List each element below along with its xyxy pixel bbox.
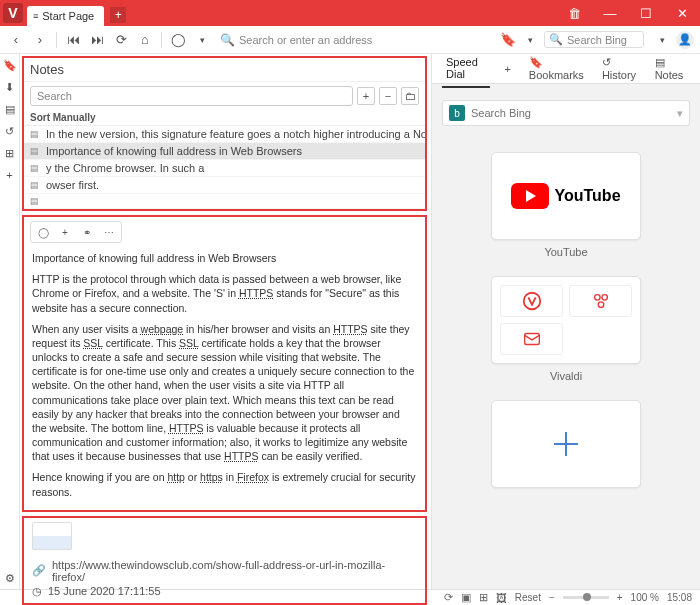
zoom-reset-button[interactable]: Reset [515,592,541,603]
fast-forward-button[interactable]: ⏭ [87,30,107,50]
highlighted-editor-section: ◯ + ⚭ ⋯ Importance of knowing full addre… [22,215,427,512]
zoom-out-button[interactable]: − [549,592,555,603]
panel-title: Notes [24,58,425,82]
chevron-down-icon[interactable]: ▾ [677,107,683,120]
note-item[interactable]: ▤In the new version, this signature feat… [24,126,425,143]
settings-icon[interactable]: ⚙ [3,571,17,585]
link-icon[interactable]: ⚭ [79,224,95,240]
note-item[interactable]: ▤y the Chrome browser. In such a [24,160,425,177]
downloads-panel-icon[interactable]: ⬇ [3,80,17,94]
folder-thumb [569,285,632,317]
back-button[interactable]: ‹ [6,30,26,50]
note-icon: ▤ [30,146,40,156]
rewind-button[interactable]: ⏮ [63,30,83,50]
address-bar: ‹ › ⏮ ⏭ ⟳ ⌂ ◯ ▾ 🔍 Search or enter an add… [0,26,700,54]
clock-icon: ◷ [32,585,42,598]
shield-icon[interactable]: ◯ [168,30,188,50]
note-editor[interactable]: Importance of knowing full address in We… [24,247,425,510]
tiling-icon[interactable]: ⊞ [479,591,488,604]
note-icon: ▤ [30,196,40,206]
sort-label[interactable]: Sort Manually [24,110,425,126]
note-source-url[interactable]: 🔗 https://www.thewindowsclub.com/show-fu… [32,558,417,584]
more-icon[interactable]: ⋯ [101,224,117,240]
remove-note-button[interactable]: − [379,87,397,105]
clock: 15:08 [667,592,692,603]
speed-dial-search-input[interactable] [471,107,671,119]
start-page-tabs: Speed Dial + 🔖 Bookmarks ↺ History ▤ Not… [432,54,700,84]
minimize-button[interactable]: — [592,0,628,26]
folder-thumb [500,285,563,317]
bookmark-icon[interactable]: 🔖 [500,32,516,47]
note-item[interactable]: ▤ [24,194,425,209]
notes-panel-icon[interactable]: ▤ [3,102,17,116]
svg-rect-4 [524,334,539,345]
home-button[interactable]: ⌂ [135,30,155,50]
editor-paragraph: Hence knowing if you are on http or http… [32,470,417,498]
tab-menu-icon: ≡ [33,11,38,21]
maximize-button[interactable]: ☐ [628,0,664,26]
editor-toolbar: ◯ + ⚭ ⋯ [30,221,122,243]
zoom-value: 100 % [631,592,659,603]
close-window-button[interactable]: ✕ [664,0,700,26]
vivaldi-logo[interactable]: V [3,3,23,23]
tab-speed-dial[interactable]: Speed Dial [442,50,490,88]
speed-dial-folder-vivaldi[interactable]: Vivaldi [491,276,641,382]
add-panel-icon[interactable]: + [3,168,17,182]
forward-button[interactable]: › [30,30,50,50]
reload-button[interactable]: ⟳ [111,30,131,50]
chevron-down-icon[interactable]: ▾ [192,30,212,50]
new-tab-button[interactable]: + [110,7,126,23]
address-field[interactable]: 🔍 Search or enter an address [216,33,496,47]
history-icon: ↺ [602,56,611,68]
editor-paragraph: HTTP is the protocol through which data … [32,272,417,315]
address-placeholder: Search or enter an address [239,34,372,46]
search-icon: 🔍 [549,33,563,46]
title-bar: V ≡ Start Page + 🗑 — ☐ ✕ [0,0,700,26]
highlighted-meta-section: 🔗 https://www.thewindowsclub.com/show-fu… [22,516,427,605]
note-item[interactable]: ▤owser first. [24,177,425,194]
speed-dial-search[interactable]: b ▾ [442,100,690,126]
svg-point-2 [601,295,607,301]
new-folder-button[interactable]: 🗀 [401,87,419,105]
svg-point-0 [523,293,540,310]
note-timestamp: ◷ 15 June 2020 17:11:55 [32,584,417,599]
add-note-button[interactable]: + [357,87,375,105]
link-icon: 🔗 [32,564,46,577]
notes-icon: ▤ [655,56,665,68]
speed-dial-tile-youtube[interactable]: YouTube YouTube [491,152,641,258]
bookmark-icon: 🔖 [529,56,543,68]
plus-icon [551,429,581,459]
trash-icon[interactable]: 🗑 [556,0,592,26]
history-panel-icon[interactable]: ↺ [3,124,17,138]
chevron-down-icon[interactable]: ▾ [520,30,540,50]
zoom-slider[interactable] [563,596,609,599]
folder-thumb [500,323,563,355]
note-item[interactable]: ▤Importance of knowing full address in W… [24,143,425,160]
svg-point-1 [594,295,600,301]
sync-icon[interactable]: ⟳ [444,591,453,604]
youtube-logo: YouTube [511,183,620,209]
note-icon: ▤ [30,163,40,173]
speed-dial-add-tile[interactable] [491,400,641,488]
camera-icon[interactable]: ◯ [35,224,51,240]
window-panel-icon[interactable]: ⊞ [3,146,17,160]
note-icon: ▤ [30,129,40,139]
tab-start-page[interactable]: ≡ Start Page [27,6,104,26]
capture-icon[interactable]: ▣ [461,591,471,604]
profile-avatar[interactable]: 👤 [676,31,694,49]
bookmarks-panel-icon[interactable]: 🔖 [3,58,17,72]
tab-bookmarks[interactable]: 🔖 Bookmarks [525,50,588,87]
images-toggle-icon[interactable]: 🖼 [496,592,507,604]
attach-icon[interactable]: + [57,224,73,240]
editor-paragraph: When any user visits a webpage in his/he… [32,322,417,464]
search-bar[interactable]: 🔍 Search Bing [544,31,644,48]
zoom-in-button[interactable]: + [617,592,623,603]
note-thumbnail[interactable] [32,522,72,550]
search-icon: 🔍 [220,33,235,47]
tab-history[interactable]: ↺ History [598,50,641,87]
tab-add[interactable]: + [500,57,514,81]
highlighted-notes-header-section: Notes Search + − 🗀 Sort Manually ▤In the… [22,56,427,211]
notes-search-input[interactable]: Search [30,86,353,106]
tab-notes[interactable]: ▤ Notes [651,50,690,87]
chevron-down-icon[interactable]: ▾ [652,30,672,50]
